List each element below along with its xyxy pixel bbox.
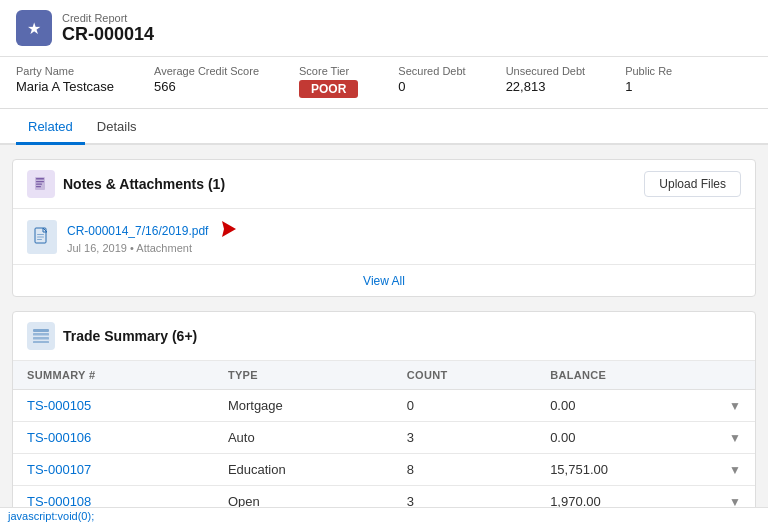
col-type: TYPE (214, 361, 393, 390)
trade-id-cell[interactable]: TS-000106 (13, 422, 214, 454)
score-tier-badge: POOR (299, 80, 358, 98)
trade-balance-cell: 0.00 (536, 390, 715, 422)
svg-rect-5 (35, 228, 46, 243)
attachment-meta: Jul 16, 2019 • Attachment (67, 242, 236, 254)
score-tier-label: Score Tier (299, 65, 358, 77)
col-count: COUNT (393, 361, 536, 390)
trade-summary-header: Trade Summary (6+) (13, 312, 755, 361)
info-bar: Party Name Maria A Testcase Average Cred… (0, 57, 768, 109)
trade-summary-table: SUMMARY # TYPE COUNT BALANCE TS-000105 M… (13, 361, 755, 524)
trade-count-cell: 0 (393, 390, 536, 422)
chevron-down-icon: ▼ (729, 431, 741, 445)
svg-rect-2 (36, 181, 44, 182)
svg-rect-10 (33, 329, 49, 332)
party-name-field: Party Name Maria A Testcase (16, 65, 114, 98)
trade-count-cell: 3 (393, 422, 536, 454)
svg-rect-8 (37, 239, 42, 240)
trade-chevron-cell[interactable]: ▼ (715, 390, 755, 422)
public-rec-field: Public Re 1 (625, 65, 672, 98)
svg-rect-1 (36, 178, 44, 180)
trade-summary-card: Trade Summary (6+) SUMMARY # TYPE COUNT … (12, 311, 756, 524)
attachment-file-icon (27, 220, 57, 254)
svg-marker-9 (222, 221, 236, 237)
svg-rect-13 (33, 341, 49, 343)
view-all-row: View All (13, 264, 755, 296)
secured-debt-field: Secured Debt 0 (398, 65, 465, 98)
public-rec-label: Public Re (625, 65, 672, 77)
trade-summary-title: Trade Summary (6+) (63, 328, 197, 344)
svg-rect-6 (37, 234, 44, 235)
header-icon: ★ (16, 10, 52, 46)
trade-type-cell: Auto (214, 422, 393, 454)
trade-balance-cell: 0.00 (536, 422, 715, 454)
avg-credit-label: Average Credit Score (154, 65, 259, 77)
attachment-link[interactable]: CR-000014_7/16/2019.pdf (67, 224, 208, 238)
unsecured-debt-value: 22,813 (506, 79, 586, 94)
status-bar-text: javascript:void(0); (8, 510, 94, 522)
view-all-link[interactable]: View All (363, 274, 405, 288)
secured-debt-label: Secured Debt (398, 65, 465, 77)
chevron-down-icon: ▼ (729, 399, 741, 413)
record-id: CR-000014 (62, 24, 154, 45)
svg-rect-7 (37, 236, 44, 237)
chevron-down-icon: ▼ (729, 463, 741, 477)
trade-summary-tbody: TS-000105 Mortgage 0 0.00 ▼ TS-000106 Au… (13, 390, 755, 525)
table-header: SUMMARY # TYPE COUNT BALANCE (13, 361, 755, 390)
public-rec-value: 1 (625, 79, 672, 94)
page-header: ★ Credit Report CR-000014 (0, 0, 768, 57)
col-balance: BALANCE (536, 361, 715, 390)
trade-summary-icon (27, 322, 55, 350)
status-bar: javascript:void(0); (0, 507, 768, 524)
notes-card-title: Notes & Attachments (1) (63, 176, 225, 192)
unsecured-debt-label: Unsecured Debt (506, 65, 586, 77)
table-row: TS-000107 Education 8 15,751.00 ▼ (13, 454, 755, 486)
trade-id-cell[interactable]: TS-000107 (13, 454, 214, 486)
star-icon: ★ (27, 19, 41, 38)
trade-chevron-cell[interactable]: ▼ (715, 454, 755, 486)
svg-rect-12 (33, 337, 49, 340)
trade-balance-cell: 15,751.00 (536, 454, 715, 486)
svg-rect-3 (36, 184, 42, 185)
cursor-indicator (214, 219, 236, 242)
party-name-label: Party Name (16, 65, 114, 77)
trade-count-cell: 8 (393, 454, 536, 486)
trade-type-cell: Mortgage (214, 390, 393, 422)
header-titles: Credit Report CR-000014 (62, 12, 154, 45)
trade-chevron-cell[interactable]: ▼ (715, 422, 755, 454)
tabs-bar: Related Details (0, 109, 768, 145)
tab-related[interactable]: Related (16, 109, 85, 145)
trade-summary-table-wrapper: SUMMARY # TYPE COUNT BALANCE TS-000105 M… (13, 361, 755, 524)
upload-files-button[interactable]: Upload Files (644, 171, 741, 197)
avg-credit-field: Average Credit Score 566 (154, 65, 259, 98)
party-name-value: Maria A Testcase (16, 79, 114, 94)
table-row: TS-000106 Auto 3 0.00 ▼ (13, 422, 755, 454)
score-tier-field: Score Tier POOR (299, 65, 358, 98)
tab-details[interactable]: Details (85, 109, 149, 145)
main-content: Notes & Attachments (1) Upload Files CR-… (0, 145, 768, 524)
notes-card-header: Notes & Attachments (1) Upload Files (13, 160, 755, 209)
note-icon (33, 176, 49, 192)
col-summary: SUMMARY # (13, 361, 214, 390)
avg-credit-value: 566 (154, 79, 259, 94)
secured-debt-value: 0 (398, 79, 465, 94)
notes-card-icon (27, 170, 55, 198)
col-chevron (715, 361, 755, 390)
table-row: TS-000105 Mortgage 0 0.00 ▼ (13, 390, 755, 422)
trade-id-cell[interactable]: TS-000105 (13, 390, 214, 422)
svg-rect-4 (36, 186, 41, 187)
notes-attachments-card: Notes & Attachments (1) Upload Files CR-… (12, 159, 756, 297)
svg-rect-11 (33, 333, 49, 336)
attachment-item: CR-000014_7/16/2019.pdf Jul 16, 2019 • A… (13, 209, 755, 264)
record-type-label: Credit Report (62, 12, 154, 24)
unsecured-debt-field: Unsecured Debt 22,813 (506, 65, 586, 98)
trade-type-cell: Education (214, 454, 393, 486)
